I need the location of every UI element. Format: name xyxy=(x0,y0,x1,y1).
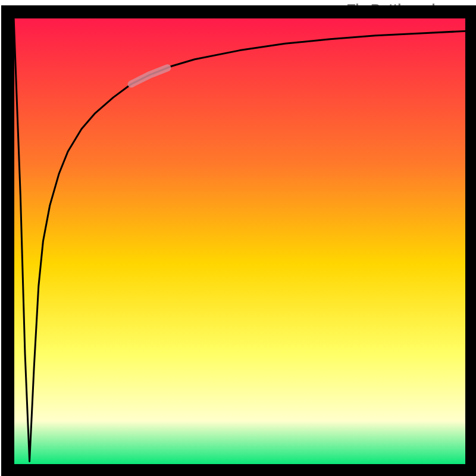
gradient-background xyxy=(14,17,466,466)
plot-area xyxy=(8,12,472,471)
chart-container: TheBottleneck.com xyxy=(0,0,476,476)
bottleneck-chart xyxy=(0,0,476,476)
